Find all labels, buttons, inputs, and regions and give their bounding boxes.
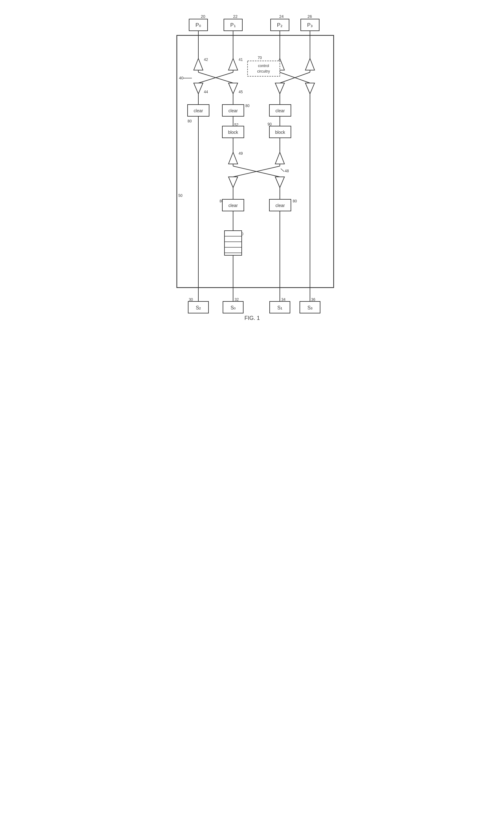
page-container: 20 22 24 26 10 P₀ P₁ P₂ P₃ [160,6,344,338]
control-circuitry-label1: control [258,64,269,68]
ref-49: 49 [239,151,243,156]
processor-p1-label: P₁ [230,22,236,28]
ref-42: 42 [204,57,208,62]
ref-40-label: 40 [179,76,183,80]
processor-p0-label: P₀ [195,22,201,28]
ref-36: 36 [311,298,316,302]
ref-70: 70 [258,56,262,60]
diagram-svg: 20 22 24 26 10 P₀ P₁ P₂ P₃ [160,12,344,320]
ref-26: 26 [307,14,312,19]
ref-44: 44 [204,90,208,94]
sink-s3-label: S₃ [307,305,312,310]
ref-80-left: 80 [187,119,192,123]
clear-label-left-1: clear [194,108,203,113]
clear-label-right-1: clear [275,108,285,113]
diagram-area: 20 22 24 26 10 P₀ P₁ P₂ P₃ [160,6,344,338]
processor-p2-label: P₂ [277,22,282,28]
sink-s0-label: S₀ [230,305,236,310]
block-label-right: block [275,130,285,135]
ref-41: 41 [239,57,243,62]
block-label-left: block [228,130,238,135]
processor-p3-label: P₃ [307,22,312,28]
ref-50: 50 [178,194,183,198]
ref-80-l2-right: 80 [293,199,297,203]
ref-30: 30 [189,298,193,302]
ref-32: 32 [235,298,239,302]
clear-label-right-2: clear [275,203,285,208]
sink-s2-label: S₂ [196,305,201,310]
ref-80-mid: 80 [246,104,250,108]
ref-90: 90 [268,122,272,126]
control-circuitry-label2: circuitry [257,69,270,73]
control-circuitry-box [248,61,280,76]
clear-label-mid-1: clear [228,108,238,113]
clear-label-left-2: clear [228,203,238,208]
ref-48: 48 [285,169,289,173]
ref-20: 20 [201,14,205,19]
ref-24: 24 [279,14,284,19]
register-box-outer [224,231,242,255]
ref-22: 22 [233,14,237,19]
sink-s1-label: S₁ [277,305,282,310]
ref-34: 34 [281,298,286,302]
ref-45: 45 [239,90,243,94]
fig-caption: FIG. 1 [244,315,259,320]
